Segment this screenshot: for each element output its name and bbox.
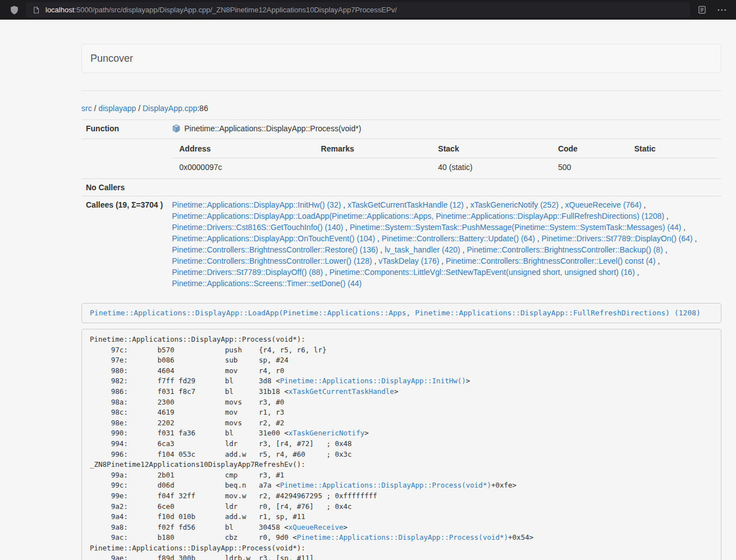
- callee-separator: ,: [664, 212, 669, 221]
- metrics-row: AddressRemarksStackCodeStatic 0x0000097c…: [81, 139, 721, 179]
- function-row: Function Pinetime::Applications::Display…: [81, 120, 721, 139]
- callee-link[interactable]: Pinetime::Controllers::BrightnessControl…: [467, 245, 662, 254]
- reader-view-icon[interactable]: [694, 3, 709, 17]
- browser-toolbar: localhost:5000/path/src/displayapp/Displ…: [0, 0, 736, 20]
- breadcrumb-link[interactable]: src: [81, 104, 92, 113]
- callee-link[interactable]: xTaskGetCurrentTaskHandle (12): [348, 200, 464, 209]
- metrics-value: [314, 158, 431, 176]
- navbar: Puncover: [81, 44, 721, 73]
- callee-link[interactable]: Pinetime::Applications::DisplayApp::Load…: [172, 212, 664, 221]
- divider: [81, 90, 721, 91]
- callee-separator: ,: [663, 245, 668, 254]
- callee-separator: ,: [341, 200, 348, 209]
- callers-row: No Callers: [81, 179, 721, 196]
- metrics-header-row: AddressRemarksStackCodeStatic: [172, 142, 717, 158]
- metrics-table: AddressRemarksStackCodeStatic 0x0000097c…: [172, 142, 717, 176]
- shield-icon[interactable]: [7, 3, 21, 17]
- breadcrumb: src / displayapp / DisplayApp.cpp:86: [81, 103, 721, 114]
- callee-separator: ,: [693, 234, 697, 243]
- callee-link[interactable]: Pinetime::Applications::Screens::Timer::…: [172, 279, 362, 288]
- symbol-type-icon: [172, 124, 181, 136]
- callee-link[interactable]: xQueueReceive (764): [565, 200, 642, 209]
- snippet-header-panel: Pinetime::Applications::DisplayApp::Load…: [81, 303, 721, 323]
- callee-separator: ,: [460, 245, 467, 254]
- callee-separator: ,: [656, 256, 660, 265]
- callee-link[interactable]: Pinetime::Drivers::St7789::DisplayOn() (…: [542, 234, 693, 243]
- callee-link[interactable]: Pinetime::Applications::DisplayApp::OnTo…: [172, 234, 375, 243]
- callee-separator: ,: [681, 223, 685, 232]
- callee-separator: ,: [439, 256, 446, 265]
- callee-link[interactable]: Pinetime::System::SystemTask::PushMessag…: [350, 223, 682, 232]
- callee-separator: ,: [635, 268, 639, 277]
- metrics-value-row: 0x0000097c40 (static)500: [172, 158, 717, 176]
- callees-list: Pinetime::Applications::DisplayApp::Init…: [167, 196, 721, 292]
- breadcrumb-separator: /: [92, 104, 99, 113]
- callee-link[interactable]: Pinetime::Controllers::BrightnessControl…: [446, 256, 655, 265]
- brand-link[interactable]: Puncover: [82, 44, 141, 72]
- main-container: Puncover src / displayapp / DisplayApp.c…: [81, 44, 721, 560]
- callee-link[interactable]: Pinetime::Drivers::Cst816S::GetTouchInfo…: [172, 223, 343, 232]
- callee-link[interactable]: vTaskDelay (176): [378, 256, 439, 265]
- url-text: localhost:5000/path/src/displayapp/Displ…: [45, 6, 397, 14]
- callee-separator: ,: [464, 200, 470, 209]
- metrics-value: 500: [551, 158, 627, 176]
- code-symbol-link[interactable]: xTaskGetCurrentTaskHandle: [289, 387, 394, 396]
- metrics-value: 40 (static): [431, 158, 551, 176]
- page-icon[interactable]: [31, 5, 41, 15]
- callee-link[interactable]: Pinetime::Drivers::St7789::DisplayOff() …: [172, 268, 323, 277]
- callees-label: Callees (19, Σ=3704 ): [81, 196, 167, 292]
- callee-link[interactable]: Pinetime::Controllers::BrightnessControl…: [172, 256, 372, 265]
- code-symbol-link[interactable]: Pinetime::Applications::DisplayApp::Proc…: [297, 533, 508, 541]
- callee-link[interactable]: Pinetime::Components::LittleVgl::SetNewT…: [330, 268, 635, 277]
- callee-separator: ,: [535, 234, 542, 243]
- callee-link[interactable]: Pinetime::Applications::DisplayApp::Init…: [172, 200, 341, 209]
- function-name: Pinetime::Applications::DisplayApp::Proc…: [184, 124, 361, 133]
- metrics-header: Stack: [431, 142, 551, 158]
- code-symbol-link[interactable]: xQueueReceive: [289, 523, 344, 531]
- callee-separator: ,: [323, 268, 330, 277]
- callee-link[interactable]: Pinetime::Controllers::Battery::Update()…: [382, 234, 535, 243]
- callee-separator: ,: [343, 223, 350, 232]
- code-symbol-link[interactable]: Pinetime::Applications::DisplayApp::Proc…: [280, 481, 491, 489]
- callee-separator: ,: [372, 256, 379, 265]
- address-bar[interactable]: localhost:5000/path/src/displayapp/Displ…: [26, 2, 690, 17]
- callee-link[interactable]: Pinetime::Controllers::BrightnessControl…: [172, 245, 378, 254]
- disassembly: Pinetime::Applications::DisplayApp::Proc…: [81, 329, 721, 560]
- metrics-header: Code: [551, 142, 627, 158]
- callees-row: Callees (19, Σ=3704 ) Pinetime::Applicat…: [81, 196, 721, 292]
- no-callers-label: No Callers: [81, 179, 167, 196]
- callee-separator: ,: [559, 200, 565, 209]
- callee-separator: ,: [642, 200, 646, 209]
- url-host: localhost: [45, 6, 74, 14]
- code-symbol-link[interactable]: Pinetime::Applications::DisplayApp::Init…: [280, 377, 466, 385]
- function-name-cell: Pinetime::Applications::DisplayApp::Proc…: [167, 120, 721, 139]
- breadcrumb-link[interactable]: displayapp: [98, 104, 136, 113]
- overflow-menu-icon[interactable]: ⋯: [715, 5, 729, 15]
- callee-link[interactable]: xTaskGenericNotify (252): [470, 200, 559, 209]
- metrics-header: Remarks: [314, 142, 431, 158]
- code-symbol-link[interactable]: xTaskGenericNotify: [289, 429, 364, 437]
- breadcrumb-separator: /: [136, 104, 143, 113]
- breadcrumb-link[interactable]: DisplayApp.cpp: [143, 104, 197, 113]
- url-path: :5000/path/src/displayapp/DisplayApp.cpp…: [74, 6, 397, 14]
- metrics-value: 0x0000097c: [172, 158, 313, 176]
- function-label: Function: [81, 120, 167, 139]
- breadcrumb-suffix: :86: [197, 104, 208, 113]
- metrics-cell: AddressRemarksStackCodeStatic 0x0000097c…: [167, 139, 721, 179]
- snippet-header-link[interactable]: Pinetime::Applications::DisplayApp::Load…: [90, 309, 701, 317]
- symbol-table: Function Pinetime::Applications::Display…: [81, 120, 721, 292]
- callee-separator: ,: [378, 245, 385, 254]
- metrics-header: Static: [627, 142, 717, 158]
- callee-link[interactable]: lv_task_handler (420): [385, 245, 460, 254]
- metrics-value: [627, 158, 717, 176]
- callee-separator: ,: [375, 234, 382, 243]
- metrics-header: Address: [172, 142, 313, 158]
